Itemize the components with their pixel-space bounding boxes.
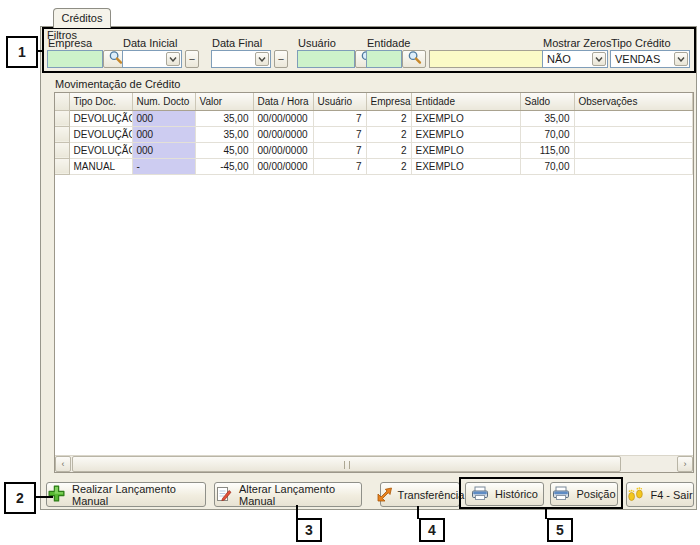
button-label: Alterar Lançamento Manual bbox=[239, 483, 361, 507]
search-icon bbox=[407, 50, 422, 69]
cell-entidade[interactable]: EXEMPLO bbox=[411, 110, 520, 126]
minus-icon: − bbox=[278, 53, 284, 65]
col-entidade: Entidade bbox=[411, 93, 520, 110]
cell-entidade[interactable]: EXEMPLO bbox=[411, 158, 520, 174]
alterar-lancamento-button[interactable]: Alterar Lançamento Manual bbox=[214, 482, 362, 507]
transferencia-button[interactable]: Transferência bbox=[380, 482, 460, 507]
col-tipo-doc: Tipo Doc. bbox=[69, 93, 132, 110]
cell-usuario[interactable]: 7 bbox=[313, 142, 366, 158]
entidade-search-button[interactable] bbox=[402, 50, 426, 68]
cell-saldo[interactable]: 70,00 bbox=[520, 158, 574, 174]
credit-table: Tipo Doc. Num. Docto Valor Data / Hora U… bbox=[55, 93, 693, 175]
annotation-rect-5 bbox=[459, 477, 623, 509]
cell-valor[interactable]: 35,00 bbox=[195, 110, 253, 126]
row-selector[interactable] bbox=[55, 158, 69, 174]
cell-empresa[interactable]: 2 bbox=[366, 110, 411, 126]
cell-tipo-doc[interactable]: DEVOLUÇÃO bbox=[69, 142, 132, 158]
table-row[interactable]: DEVOLUÇÃO 000 45,00 00/00/0000 7 2 EXEMP… bbox=[55, 142, 693, 158]
realizar-lancamento-button[interactable]: Realizar Lançamento Manual bbox=[46, 482, 206, 507]
usuario-label: Usuário bbox=[298, 37, 336, 49]
cell-empresa[interactable]: 2 bbox=[366, 158, 411, 174]
cell-tipo-doc[interactable]: MANUAL bbox=[69, 158, 132, 174]
chevron-down-icon[interactable] bbox=[592, 52, 606, 66]
usuario-input[interactable] bbox=[297, 50, 355, 68]
data-final-clear-button[interactable]: − bbox=[274, 50, 288, 68]
data-final-label: Data Final bbox=[212, 37, 262, 49]
cell-usuario[interactable]: 7 bbox=[313, 110, 366, 126]
cell-data-hora[interactable]: 00/00/0000 bbox=[253, 158, 313, 174]
annotation-box-4: 4 bbox=[419, 518, 445, 542]
annotation-box-3: 3 bbox=[296, 518, 322, 542]
mostrar-zeros-label: Mostrar Zeros bbox=[543, 37, 611, 49]
cell-saldo[interactable]: 70,00 bbox=[520, 126, 574, 142]
table-row[interactable]: DEVOLUÇÃO 000 35,00 00/00/0000 7 2 EXEMP… bbox=[55, 126, 693, 142]
tipo-credito-select[interactable]: VENDAS bbox=[610, 50, 690, 68]
data-inicial-clear-button[interactable]: − bbox=[185, 50, 199, 68]
cell-valor[interactable]: 45,00 bbox=[195, 142, 253, 158]
scroll-right-button[interactable]: › bbox=[677, 456, 693, 472]
table-row[interactable]: MANUAL - -45,00 00/00/0000 7 2 EXEMPLO 7… bbox=[55, 158, 693, 174]
cell-data-hora[interactable]: 00/00/0000 bbox=[253, 126, 313, 142]
cell-empresa[interactable]: 2 bbox=[366, 142, 411, 158]
tab-creditos[interactable]: Créditos bbox=[53, 8, 111, 28]
tipo-credito-value: VENDAS bbox=[615, 53, 660, 65]
add-icon bbox=[47, 484, 66, 505]
entidade-name-field[interactable] bbox=[429, 50, 560, 68]
cell-num-docto[interactable]: 000 bbox=[132, 110, 195, 126]
cell-observacoes[interactable] bbox=[574, 142, 693, 158]
col-saldo: Saldo bbox=[520, 93, 574, 110]
data-final-combo[interactable] bbox=[211, 50, 271, 68]
cell-saldo[interactable]: 35,00 bbox=[520, 110, 574, 126]
cell-entidade[interactable]: EXEMPLO bbox=[411, 126, 520, 142]
search-icon bbox=[108, 50, 123, 69]
data-inicial-label: Data Inicial bbox=[123, 37, 177, 49]
data-inicial-combo[interactable] bbox=[122, 50, 182, 68]
cell-num-docto[interactable]: 000 bbox=[132, 142, 195, 158]
cell-valor[interactable]: 35,00 bbox=[195, 126, 253, 142]
button-label: Realizar Lançamento Manual bbox=[72, 483, 205, 507]
table-row[interactable]: DEVOLUÇÃO 000 35,00 00/00/0000 7 2 EXEMP… bbox=[55, 110, 693, 126]
cell-data-hora[interactable]: 00/00/0000 bbox=[253, 110, 313, 126]
cell-num-docto[interactable]: 000 bbox=[132, 126, 195, 142]
col-usuario: Usuário bbox=[313, 93, 366, 110]
button-label: Transferência bbox=[398, 489, 465, 501]
mostrar-zeros-value: NÃO bbox=[547, 53, 571, 65]
cell-usuario[interactable]: 7 bbox=[313, 126, 366, 142]
horizontal-scrollbar[interactable]: ‹ › bbox=[55, 455, 693, 472]
cell-valor[interactable]: -45,00 bbox=[195, 158, 253, 174]
scroll-left-button[interactable]: ‹ bbox=[55, 456, 71, 472]
cell-tipo-doc[interactable]: DEVOLUÇÃO bbox=[69, 110, 132, 126]
annotation-line-3 bbox=[296, 505, 298, 519]
header-row: Tipo Doc. Num. Docto Valor Data / Hora U… bbox=[55, 93, 693, 110]
cell-entidade[interactable]: EXEMPLO bbox=[411, 142, 520, 158]
cell-observacoes[interactable] bbox=[574, 126, 693, 142]
col-observacoes: Observações bbox=[574, 93, 693, 110]
cell-observacoes[interactable] bbox=[574, 110, 693, 126]
cell-num-docto[interactable]: - bbox=[132, 158, 195, 174]
scrollbar-thumb[interactable] bbox=[72, 456, 621, 472]
annotation-box-1: 1 bbox=[6, 36, 38, 68]
row-selector[interactable] bbox=[55, 142, 69, 158]
row-selector[interactable] bbox=[55, 126, 69, 142]
annotation-box-2: 2 bbox=[4, 482, 36, 514]
cell-empresa[interactable]: 2 bbox=[366, 126, 411, 142]
sair-button[interactable]: F4 - Sair bbox=[626, 482, 694, 507]
chevron-down-icon[interactable] bbox=[166, 52, 180, 66]
chevron-down-icon[interactable] bbox=[255, 52, 269, 66]
row-selector[interactable] bbox=[55, 110, 69, 126]
cell-data-hora[interactable]: 00/00/0000 bbox=[253, 142, 313, 158]
entidade-input[interactable] bbox=[366, 50, 402, 68]
annotation-box-5: 5 bbox=[547, 518, 573, 542]
empresa-label: Empresa bbox=[48, 37, 92, 49]
mostrar-zeros-select[interactable]: NÃO bbox=[542, 50, 608, 68]
chevron-down-icon[interactable] bbox=[674, 52, 688, 66]
col-num-docto: Num. Docto bbox=[132, 93, 195, 110]
cell-tipo-doc[interactable]: DEVOLUÇÃO bbox=[69, 126, 132, 142]
col-valor: Valor bbox=[195, 93, 253, 110]
cell-observacoes[interactable] bbox=[574, 158, 693, 174]
empresa-input[interactable] bbox=[47, 50, 103, 68]
cell-usuario[interactable]: 7 bbox=[313, 158, 366, 174]
cell-saldo[interactable]: 115,00 bbox=[520, 142, 574, 158]
edit-icon bbox=[215, 485, 233, 505]
annotation-line-2 bbox=[36, 496, 53, 498]
